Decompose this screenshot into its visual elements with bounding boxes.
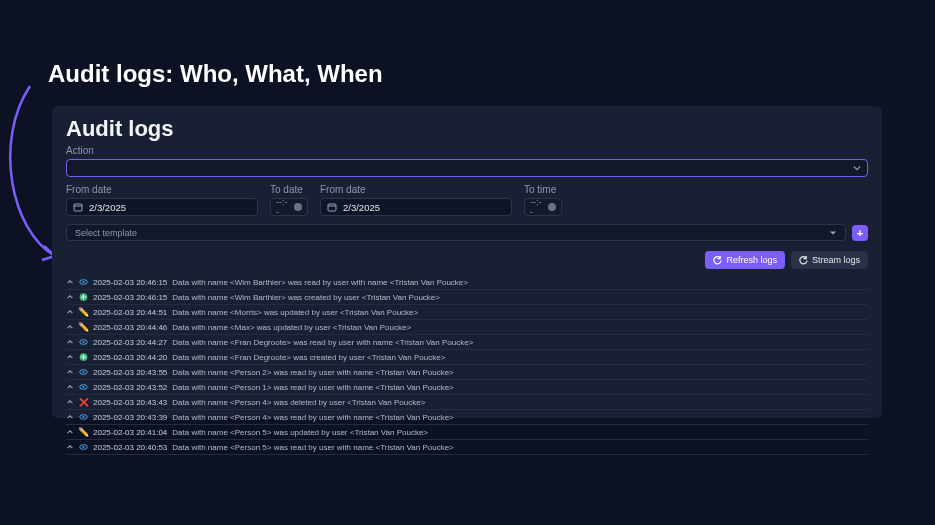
svg-point-15 (83, 416, 85, 418)
log-row[interactable]: ✏️2025-02-03 20:41:04Data with name <Per… (66, 425, 868, 440)
svg-point-11 (83, 371, 85, 373)
action-select[interactable] (66, 159, 868, 177)
chevron-up-icon (66, 398, 74, 406)
log-row[interactable]: 2025-02-03 20:43:55Data with name <Perso… (66, 365, 868, 380)
log-timestamp: 2025-02-03 20:43:43 (93, 397, 167, 408)
log-timestamp: 2025-02-03 20:44:27 (93, 337, 167, 348)
eye-icon (79, 413, 88, 422)
eye-icon (79, 443, 88, 452)
caret-down-icon (829, 229, 837, 237)
log-message: Data with name <Person 4> was read by us… (172, 412, 453, 423)
log-row[interactable]: 2025-02-03 20:44:20Data with name <Fran … (66, 350, 868, 365)
eye-icon (79, 278, 88, 287)
refresh-logs-button[interactable]: Refresh logs (705, 251, 785, 269)
chevron-up-icon (66, 278, 74, 286)
from-date-label: From date (66, 184, 258, 195)
log-timestamp: 2025-02-03 20:43:55 (93, 367, 167, 378)
log-row[interactable]: ❌2025-02-03 20:43:43Data with name <Pers… (66, 395, 868, 410)
log-list: 2025-02-03 20:46:15Data with name <Wim B… (66, 275, 868, 455)
log-message: Data with name <Fran Degroote> was read … (172, 337, 473, 348)
chevron-up-icon (66, 323, 74, 331)
plus-circle-icon (79, 293, 88, 302)
chevron-up-icon (66, 368, 74, 376)
log-timestamp: 2025-02-03 20:46:15 (93, 292, 167, 303)
log-timestamp: 2025-02-03 20:44:20 (93, 352, 167, 363)
chevron-up-icon (66, 413, 74, 421)
log-row[interactable]: ✏️2025-02-03 20:44:51Data with name <Mor… (66, 305, 868, 320)
time-placeholder2: --:-- (530, 197, 544, 217)
clear-icon[interactable] (548, 203, 556, 211)
log-timestamp: 2025-02-03 20:43:39 (93, 412, 167, 423)
stream-icon (799, 256, 808, 265)
svg-rect-2 (328, 204, 336, 211)
eye-icon (79, 338, 88, 347)
log-timestamp: 2025-02-03 20:44:46 (93, 322, 167, 333)
svg-point-13 (83, 386, 85, 388)
log-timestamp: 2025-02-03 20:46:15 (93, 277, 167, 288)
clear-icon[interactable] (294, 203, 302, 211)
log-message: Data with name <Person 1> was read by us… (172, 382, 453, 393)
log-row[interactable]: 2025-02-03 20:46:15Data with name <Wim B… (66, 290, 868, 305)
to-date-label: To date (270, 184, 308, 195)
chevron-up-icon (66, 293, 74, 301)
from-date2-label: From date (320, 184, 512, 195)
chevron-up-icon (66, 443, 74, 451)
chevron-up-icon (66, 383, 74, 391)
chevron-down-icon (853, 164, 861, 172)
to-date-time-input[interactable]: --:-- (270, 198, 308, 216)
log-message: Data with name <Morris> was updated by u… (172, 307, 418, 318)
calendar-icon (327, 202, 337, 212)
svg-point-8 (83, 341, 85, 343)
template-select[interactable]: Select template (66, 224, 846, 241)
x-icon: ❌ (79, 398, 88, 407)
log-message: Data with name <Person 5> was read by us… (172, 442, 453, 453)
eye-icon (79, 368, 88, 377)
refresh-icon (713, 256, 722, 265)
refresh-label: Refresh logs (726, 255, 777, 265)
log-row[interactable]: 2025-02-03 20:46:15Data with name <Wim B… (66, 275, 868, 290)
chevron-up-icon (66, 428, 74, 436)
svg-point-17 (83, 446, 85, 448)
stream-logs-button[interactable]: Stream logs (791, 251, 868, 269)
add-template-button[interactable]: + (852, 225, 868, 241)
to-time-label: To time (524, 184, 562, 195)
to-time-input[interactable]: --:-- (524, 198, 562, 216)
log-row[interactable]: 2025-02-03 20:40:53Data with name <Perso… (66, 440, 868, 455)
time-placeholder: --:-- (276, 197, 290, 217)
log-row[interactable]: ✏️2025-02-03 20:44:46Data with name <Max… (66, 320, 868, 335)
pencil-icon: ✏️ (79, 308, 88, 317)
log-message: Data with name <Wim Barthier> was create… (172, 292, 440, 303)
log-message: Data with name <Person 4> was deleted by… (172, 397, 425, 408)
log-message: Data with name <Max> was updated by user… (172, 322, 411, 333)
log-row[interactable]: 2025-02-03 20:44:27Data with name <Fran … (66, 335, 868, 350)
template-placeholder: Select template (75, 228, 137, 238)
slide-title: Audit logs: Who, What, When (48, 60, 383, 88)
log-row[interactable]: 2025-02-03 20:43:52Data with name <Perso… (66, 380, 868, 395)
from-date-input[interactable]: 2/3/2025 (66, 198, 258, 216)
log-timestamp: 2025-02-03 20:41:04 (93, 427, 167, 438)
log-message: Data with name <Wim Barthier> was read b… (172, 277, 468, 288)
log-message: Data with name <Person 2> was read by us… (172, 367, 453, 378)
log-timestamp: 2025-02-03 20:44:51 (93, 307, 167, 318)
svg-rect-0 (74, 204, 82, 211)
calendar-icon (73, 202, 83, 212)
chevron-up-icon (66, 338, 74, 346)
chevron-up-icon (66, 308, 74, 316)
log-message: Data with name <Person 5> was updated by… (172, 427, 428, 438)
audit-logs-panel: Audit logs Action From date 2/3/2025 To … (52, 106, 882, 418)
log-timestamp: 2025-02-03 20:40:53 (93, 442, 167, 453)
stream-label: Stream logs (812, 255, 860, 265)
log-row[interactable]: 2025-02-03 20:43:39Data with name <Perso… (66, 410, 868, 425)
from-date-value: 2/3/2025 (89, 202, 126, 213)
plus-circle-icon (79, 353, 88, 362)
action-label: Action (66, 145, 868, 156)
pencil-icon: ✏️ (79, 323, 88, 332)
chevron-up-icon (66, 353, 74, 361)
log-timestamp: 2025-02-03 20:43:52 (93, 382, 167, 393)
plus-icon: + (857, 227, 863, 239)
from-date2-input[interactable]: 2/3/2025 (320, 198, 512, 216)
pencil-icon: ✏️ (79, 428, 88, 437)
panel-title: Audit logs (66, 116, 868, 142)
svg-point-5 (83, 281, 85, 283)
log-message: Data with name <Fran Degroote> was creat… (172, 352, 445, 363)
